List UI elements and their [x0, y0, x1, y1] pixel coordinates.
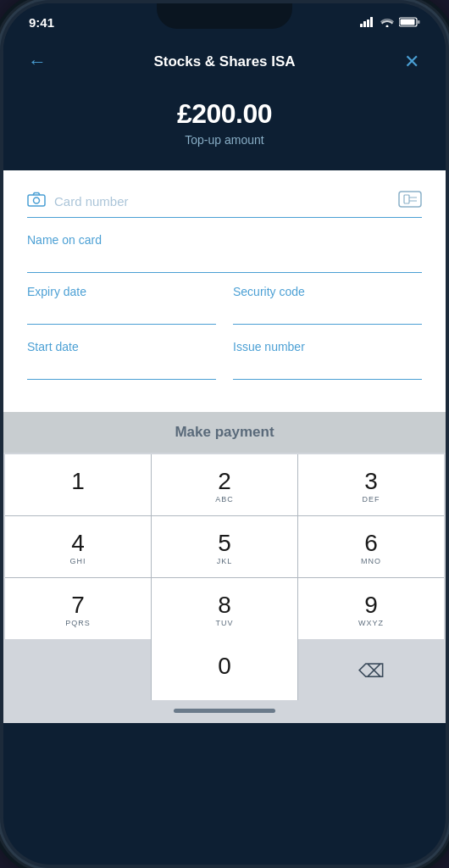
- status-icons: [360, 17, 420, 27]
- notch: [157, 3, 292, 29]
- delete-icon: ⌫: [358, 660, 385, 682]
- signal-icon: [360, 17, 375, 27]
- key-8[interactable]: 8 TUV: [152, 578, 297, 639]
- start-date-group: Start date: [27, 340, 216, 380]
- name-on-card-group: Name on card: [27, 233, 422, 273]
- expiry-security-row: Expiry date Security code: [27, 285, 422, 337]
- svg-rect-9: [399, 192, 421, 207]
- svg-rect-1: [363, 21, 366, 27]
- phone-frame: 9:41: [0, 0, 449, 868]
- svg-point-8: [34, 198, 40, 203]
- keypad-grid: 1 2 ABC 3 DEF 4 GHI 5 JKL: [5, 454, 444, 639]
- back-button[interactable]: ←: [24, 51, 51, 73]
- svg-rect-3: [370, 17, 373, 27]
- svg-rect-6: [418, 20, 420, 24]
- battery-icon: [399, 17, 420, 27]
- start-issue-row: Start date Issue number: [27, 340, 422, 392]
- amount-section: £200.00 Top-up amount: [3, 90, 446, 170]
- key-4[interactable]: 4 GHI: [5, 516, 151, 577]
- card-number-input[interactable]: [54, 194, 398, 209]
- home-indicator: [3, 702, 446, 723]
- security-code-group: Security code: [233, 285, 422, 325]
- issue-number-input[interactable]: [233, 359, 422, 373]
- header-title: Stocks & Shares ISA: [51, 53, 398, 70]
- payment-button-section: Make payment: [3, 412, 446, 453]
- svg-rect-5: [401, 19, 415, 25]
- start-date-label: Start date: [27, 340, 216, 353]
- expiry-date-label: Expiry date: [27, 285, 216, 298]
- svg-rect-7: [28, 195, 45, 206]
- delete-button[interactable]: ⌫: [298, 639, 444, 700]
- key-0[interactable]: 0: [152, 639, 297, 700]
- key-1[interactable]: 1: [5, 454, 151, 515]
- status-time: 9:41: [29, 15, 54, 30]
- key-9[interactable]: 9 WXYZ: [298, 578, 444, 639]
- key-3[interactable]: 3 DEF: [298, 454, 444, 515]
- phone-inner: 9:41: [3, 3, 446, 865]
- svg-rect-2: [367, 19, 369, 27]
- keypad-bottom-row: 0 ⌫: [5, 639, 444, 700]
- make-payment-button[interactable]: Make payment: [175, 424, 274, 441]
- expiry-date-input[interactable]: [27, 303, 216, 318]
- name-on-card-input[interactable]: [27, 252, 422, 266]
- key-empty: [5, 639, 151, 700]
- security-code-label: Security code: [233, 285, 422, 298]
- key-5[interactable]: 5 JKL: [152, 516, 297, 577]
- amount-label: Top-up amount: [24, 133, 425, 147]
- form-section: Name on card Expiry date Security code S…: [3, 170, 446, 412]
- issue-number-label: Issue number: [233, 340, 422, 353]
- key-2[interactable]: 2 ABC: [152, 454, 297, 515]
- card-chip-icon: [398, 191, 422, 212]
- amount-value: £200.00: [24, 98, 425, 130]
- name-on-card-label: Name on card: [27, 233, 422, 247]
- app-header: ← Stocks & Shares ISA ✕: [3, 41, 446, 90]
- keypad: 1 2 ABC 3 DEF 4 GHI 5 JKL: [3, 453, 446, 702]
- home-bar: [174, 709, 275, 713]
- wifi-icon: [380, 17, 394, 27]
- key-7[interactable]: 7 PQRS: [5, 578, 151, 639]
- key-6[interactable]: 6 MNO: [298, 516, 444, 577]
- start-date-input[interactable]: [27, 359, 216, 373]
- card-number-group: [27, 191, 422, 218]
- svg-rect-0: [360, 24, 363, 27]
- issue-number-group: Issue number: [233, 340, 422, 380]
- camera-icon: [27, 192, 46, 211]
- close-button[interactable]: ✕: [398, 51, 425, 73]
- svg-rect-10: [404, 195, 409, 203]
- expiry-date-group: Expiry date: [27, 285, 216, 325]
- security-code-input[interactable]: [233, 303, 422, 318]
